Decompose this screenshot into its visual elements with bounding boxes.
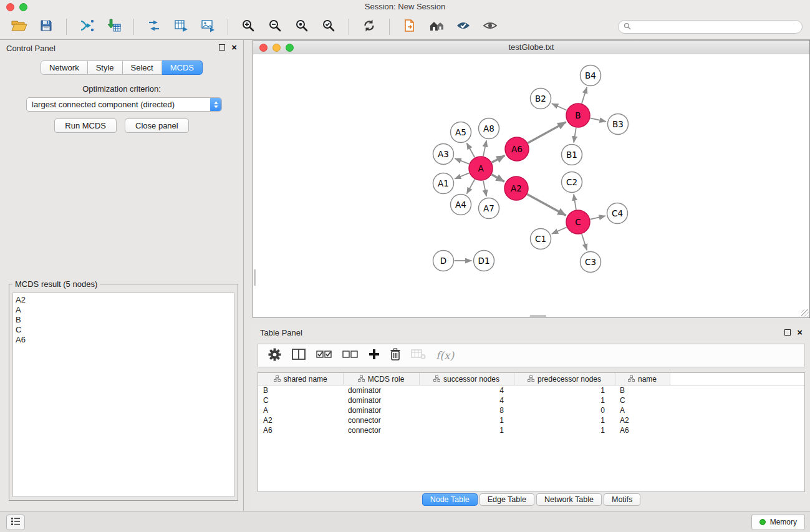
column-header-mcds-role[interactable]: MCDS role xyxy=(343,373,419,385)
close-panel-button[interactable]: Close panel xyxy=(125,118,189,133)
table-cell[interactable]: connector xyxy=(343,425,419,435)
mcds-result-item[interactable]: B xyxy=(16,315,234,325)
table-row[interactable]: A6connector11A6 xyxy=(258,425,804,435)
tab-style[interactable]: Style xyxy=(88,60,123,75)
run-mcds-button[interactable]: Run MCDS xyxy=(54,118,117,133)
tab-edge-table[interactable]: Edge Table xyxy=(480,493,534,506)
graph-edge-C-C2[interactable] xyxy=(574,194,576,210)
network-graph[interactable]: B4B2BB3A5A8A6A3B1AC2A1A2A4A7C4CC1C3DD1 xyxy=(253,54,809,317)
create-column-button[interactable] xyxy=(369,349,380,362)
graph-node-A5[interactable]: A5 xyxy=(451,122,471,143)
graph-node-C4[interactable]: C4 xyxy=(607,203,628,224)
mcds-result-list[interactable]: A2ABCA6 xyxy=(12,293,234,497)
table-row[interactable]: Bdominator41B xyxy=(258,385,804,396)
table-cell[interactable]: 4 xyxy=(419,395,514,405)
tab-mcds[interactable]: MCDS xyxy=(162,60,203,75)
zoom-in-button[interactable] xyxy=(236,16,260,37)
network-minimize-button[interactable] xyxy=(272,44,281,52)
graph-node-B2[interactable]: B2 xyxy=(531,89,551,109)
memory-button[interactable]: Memory xyxy=(751,514,805,530)
graph-node-A3[interactable]: A3 xyxy=(433,144,454,165)
mcds-result-item[interactable]: A6 xyxy=(16,335,234,345)
table-cell[interactable]: B xyxy=(258,385,343,396)
graph-node-A7[interactable]: A7 xyxy=(479,198,499,219)
table-cell[interactable]: 8 xyxy=(419,405,514,415)
toolbar-search[interactable] xyxy=(618,20,803,34)
graph-edge-B-B2[interactable] xyxy=(552,104,567,110)
export-table-button[interactable] xyxy=(169,16,193,37)
close-window-button[interactable] xyxy=(6,3,14,11)
graph-node-B[interactable]: B xyxy=(566,104,590,127)
resize-grip[interactable] xyxy=(801,309,809,317)
graph-node-A8[interactable]: A8 xyxy=(479,118,499,139)
graph-edge-A-A8[interactable] xyxy=(483,140,486,156)
close-panel-icon[interactable]: × xyxy=(231,43,237,52)
table-cell[interactable]: 1 xyxy=(514,395,615,405)
table-cell[interactable]: A6 xyxy=(615,425,670,435)
criterion-select[interactable]: largest connected component (directed) xyxy=(26,97,222,112)
float-panel-icon[interactable] xyxy=(219,44,225,51)
merge-networks-button[interactable] xyxy=(142,16,166,37)
zoom-window-button[interactable] xyxy=(19,3,27,11)
table-row[interactable]: A2connector11A2 xyxy=(258,415,804,425)
graph-node-A1[interactable]: A1 xyxy=(433,173,454,194)
table-cell[interactable]: 1 xyxy=(514,385,615,396)
table-cell[interactable]: 1 xyxy=(419,415,514,425)
graph-edge-B-B4[interactable] xyxy=(582,87,587,104)
mcds-result-item[interactable]: A xyxy=(16,305,234,315)
task-history-button[interactable] xyxy=(6,515,25,530)
import-network-button[interactable] xyxy=(75,16,99,37)
home-button[interactable] xyxy=(425,16,448,37)
graph-edge-C-C3[interactable] xyxy=(582,234,587,250)
tab-motifs[interactable]: Motifs xyxy=(604,493,640,506)
tab-network[interactable]: Network xyxy=(41,60,88,75)
column-header-shared-name[interactable]: shared name xyxy=(258,373,343,385)
table-cell[interactable]: A6 xyxy=(258,425,343,435)
zoom-fit-button[interactable] xyxy=(290,16,314,37)
graph-node-A4[interactable]: A4 xyxy=(451,195,471,215)
table-cell[interactable]: 0 xyxy=(514,405,615,415)
graph-edge-A-A1[interactable] xyxy=(455,173,469,178)
column-header-predecessor-nodes[interactable]: predecessor nodes xyxy=(514,373,615,385)
table-cell[interactable]: A2 xyxy=(615,415,670,425)
graph-edge-C-C1[interactable] xyxy=(552,227,567,234)
table-cell[interactable]: A2 xyxy=(258,415,343,425)
graph-edge-B-B3[interactable] xyxy=(591,118,606,122)
table-cell[interactable]: C xyxy=(615,395,670,405)
table-cell[interactable]: A xyxy=(258,405,343,415)
graph-node-B3[interactable]: B3 xyxy=(608,114,629,135)
vertical-scroll-indicator[interactable] xyxy=(254,269,256,286)
refresh-button[interactable] xyxy=(357,16,381,37)
zoom-selected-button[interactable] xyxy=(317,16,340,37)
deselect-all-rows-button[interactable] xyxy=(342,349,359,362)
table-cell[interactable]: dominator xyxy=(343,405,419,415)
graph-edge-C-C4[interactable] xyxy=(591,216,605,219)
table-cell[interactable]: 4 xyxy=(419,385,514,396)
graph-node-A6[interactable]: A6 xyxy=(505,137,529,161)
delete-columns-button[interactable] xyxy=(390,348,401,363)
network-zoom-button[interactable] xyxy=(286,44,294,52)
annotation-document-button[interactable] xyxy=(398,16,422,37)
table-row[interactable]: Cdominator41C xyxy=(258,395,804,405)
table-cell[interactable]: 1 xyxy=(514,415,615,425)
open-folder-button[interactable] xyxy=(7,16,31,37)
graph-edge-A-A4[interactable] xyxy=(466,180,475,194)
tab-node-table[interactable]: Node Table xyxy=(422,493,478,506)
graph-edge-A-A3[interactable] xyxy=(455,158,469,164)
show-graphics-eye-button[interactable] xyxy=(478,16,502,37)
column-settings-gear-button[interactable] xyxy=(268,348,281,364)
style-check-button[interactable] xyxy=(451,16,475,37)
graph-node-B4[interactable]: B4 xyxy=(581,65,601,86)
graph-node-D[interactable]: D xyxy=(433,251,454,271)
graph-node-A2[interactable]: A2 xyxy=(504,177,528,200)
column-header-name[interactable]: name xyxy=(615,373,670,385)
mcds-result-item[interactable]: C xyxy=(16,325,234,335)
network-canvas[interactable]: B4B2BB3A5A8A6A3B1AC2A1A2A4A7C4CC1C3DD1 xyxy=(253,54,809,317)
horizontal-scroll-indicator[interactable] xyxy=(530,315,546,317)
close-table-panel-icon[interactable]: × xyxy=(797,328,803,337)
select-all-rows-button[interactable] xyxy=(316,349,332,362)
graph-node-C3[interactable]: C3 xyxy=(581,252,601,273)
table-cell[interactable]: 1 xyxy=(419,425,514,435)
search-input[interactable] xyxy=(634,22,797,32)
column-header-successor-nodes[interactable]: successor nodes xyxy=(419,373,514,385)
